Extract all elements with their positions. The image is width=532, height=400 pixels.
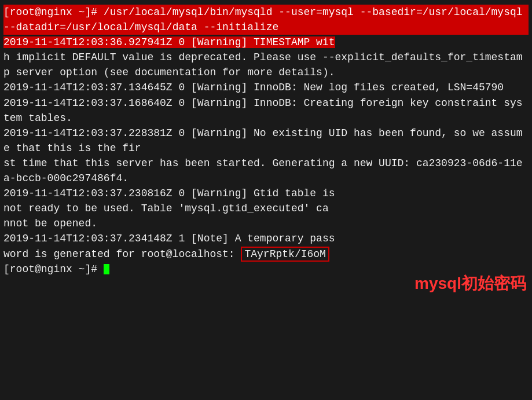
warning-timestamp-line: 2019-11-14T12:03:36.927941Z 0 [Warning] … [3,35,529,80]
cursor [104,264,109,274]
chinese-password-label: mysql初始密码 [414,272,526,296]
password-value: TAyrRptk/I6oM [241,247,329,262]
note-password-line: 2019-11-14T12:03:37.234148Z 1 [Note] A t… [3,231,529,261]
command-line: [root@nginx ~]# /usr/local/mysql/bin/mys… [3,5,529,35]
warning-innodb2-line: 2019-11-14T12:03:37.168640Z 0 [Warning] … [3,96,529,126]
terminal-window: [root@nginx ~]# /usr/local/mysql/bin/mys… [0,0,532,400]
warning-innodb1-line: 2019-11-14T12:03:37.134645Z 0 [Warning] … [3,80,529,95]
warning-gtid-line: 2019-11-14T12:03:37.230816Z 0 [Warning] … [3,186,529,231]
warning-uuid-line: 2019-11-14T12:03:37.228381Z 0 [Warning] … [3,126,529,186]
